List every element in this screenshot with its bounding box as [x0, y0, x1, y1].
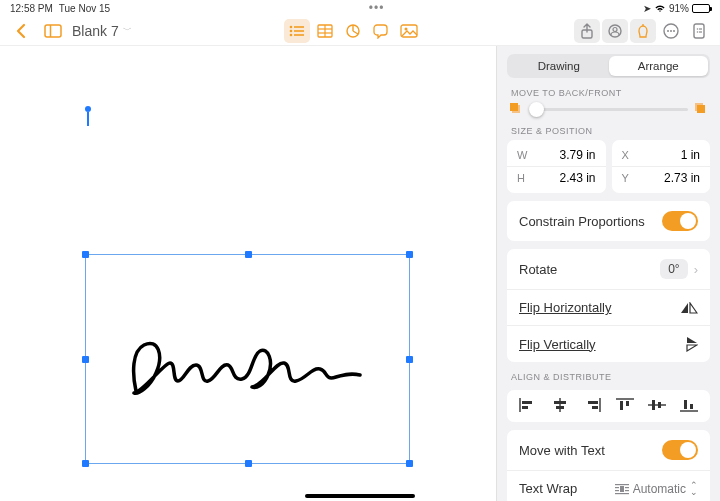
align-top-button[interactable]	[616, 398, 634, 412]
svg-rect-55	[615, 487, 619, 488]
text-cursor	[85, 106, 91, 126]
toolbar: Blank 7 ﹀	[0, 16, 720, 46]
align-right-button[interactable]	[583, 398, 601, 412]
document-title-text: Blank 7	[72, 23, 119, 39]
format-panel: Drawing Arrange MOVE TO BACK/FRONT SIZE …	[496, 46, 720, 501]
more-button[interactable]	[658, 19, 684, 43]
svg-point-6	[290, 33, 293, 36]
svg-rect-37	[522, 401, 532, 404]
format-brush-button[interactable]	[630, 19, 656, 43]
height-field[interactable]: H2.43 in	[507, 166, 606, 189]
svg-rect-5	[294, 30, 304, 32]
x-field[interactable]: X1 in	[612, 144, 711, 166]
multitask-dots[interactable]: •••	[110, 1, 643, 15]
chevron-right-icon: ›	[694, 262, 698, 277]
location-icon: ➤	[643, 3, 651, 14]
layer-order-slider[interactable]	[509, 102, 708, 116]
back-button[interactable]	[8, 19, 34, 43]
resize-handle[interactable]	[82, 460, 89, 467]
battery-icon	[692, 4, 710, 13]
collaborate-button[interactable]	[602, 19, 628, 43]
status-bar: 12:58 PM Tue Nov 15 ••• ➤ 91%	[0, 0, 720, 16]
resize-handle[interactable]	[245, 460, 252, 467]
svg-rect-44	[592, 406, 598, 409]
svg-rect-38	[522, 406, 528, 409]
svg-rect-50	[658, 402, 661, 408]
svg-rect-27	[699, 31, 702, 32]
chevron-down-icon: ﹀	[123, 24, 132, 37]
insert-shape-button[interactable]	[368, 19, 394, 43]
document-settings-button[interactable]	[686, 19, 712, 43]
svg-rect-49	[652, 400, 655, 410]
align-bottom-button[interactable]	[680, 398, 698, 412]
svg-point-24	[697, 28, 699, 30]
panel-tabs[interactable]: Drawing Arrange	[507, 54, 710, 78]
bring-front-icon	[694, 102, 708, 116]
svg-rect-52	[684, 400, 687, 409]
insert-chart-button[interactable]	[340, 19, 366, 43]
resize-handle[interactable]	[406, 460, 413, 467]
move-with-text-toggle[interactable]	[662, 440, 698, 460]
text-wrap-row[interactable]: Text Wrap Automatic ⌃⌄	[507, 470, 710, 501]
text-wrap-icon	[615, 483, 629, 495]
up-down-icon: ⌃⌄	[690, 482, 698, 496]
svg-rect-60	[615, 493, 629, 494]
view-list-button[interactable]	[284, 19, 310, 43]
flip-horizontal-icon	[680, 302, 698, 314]
svg-rect-57	[620, 486, 624, 492]
share-button[interactable]	[574, 19, 600, 43]
tab-drawing[interactable]: Drawing	[509, 56, 609, 76]
status-time: 12:58 PM	[10, 3, 53, 14]
svg-rect-25	[699, 28, 702, 29]
sidebar-toggle-button[interactable]	[40, 19, 66, 43]
svg-point-4	[290, 29, 293, 32]
section-align-label: ALIGN & DISTRIBUTE	[511, 372, 706, 382]
resize-handle[interactable]	[245, 251, 252, 258]
position-fields: X1 in Y2.73 in	[612, 140, 711, 193]
move-with-text-row[interactable]: Move with Text	[507, 430, 710, 470]
svg-point-2	[290, 25, 293, 28]
wifi-icon	[654, 4, 666, 13]
align-center-button[interactable]	[551, 398, 569, 412]
svg-rect-41	[556, 406, 564, 409]
size-fields: W3.79 in H2.43 in	[507, 140, 606, 193]
svg-rect-54	[615, 484, 629, 485]
svg-rect-0	[45, 25, 61, 37]
rotate-row[interactable]: Rotate 0° ›	[507, 249, 710, 289]
svg-marker-33	[690, 303, 697, 313]
resize-handle[interactable]	[82, 251, 89, 258]
flip-horizontal-row[interactable]: Flip Horizontally	[507, 289, 710, 325]
battery-pct: 91%	[669, 3, 689, 14]
flip-vertical-row[interactable]: Flip Vertically	[507, 325, 710, 362]
resize-handle[interactable]	[82, 356, 89, 363]
tab-arrange[interactable]: Arrange	[609, 56, 709, 76]
constrain-toggle[interactable]	[662, 211, 698, 231]
status-date: Tue Nov 15	[59, 3, 110, 14]
resize-handle[interactable]	[406, 251, 413, 258]
svg-rect-59	[625, 490, 629, 491]
constrain-proportions-row[interactable]: Constrain Proportions	[507, 201, 710, 241]
svg-rect-23	[694, 24, 704, 38]
svg-marker-35	[687, 345, 697, 351]
svg-point-14	[404, 27, 407, 30]
align-left-button[interactable]	[519, 398, 537, 412]
svg-point-17	[613, 27, 617, 31]
resize-handle[interactable]	[406, 356, 413, 363]
insert-media-button[interactable]	[396, 19, 422, 43]
align-middle-button[interactable]	[648, 398, 666, 412]
selection-box[interactable]	[85, 254, 410, 464]
svg-rect-29	[510, 103, 518, 111]
insert-table-button[interactable]	[312, 19, 338, 43]
home-indicator[interactable]	[305, 494, 415, 498]
svg-rect-31	[697, 105, 705, 113]
document-title[interactable]: Blank 7 ﹀	[72, 23, 132, 39]
signature-drawing[interactable]	[124, 333, 364, 403]
svg-rect-40	[554, 401, 566, 404]
y-field[interactable]: Y2.73 in	[612, 166, 711, 189]
svg-marker-34	[687, 337, 697, 343]
rotate-value[interactable]: 0°	[660, 259, 687, 279]
section-size-label: SIZE & POSITION	[511, 126, 706, 136]
svg-rect-58	[615, 490, 619, 491]
svg-rect-46	[620, 401, 623, 410]
width-field[interactable]: W3.79 in	[507, 144, 606, 166]
